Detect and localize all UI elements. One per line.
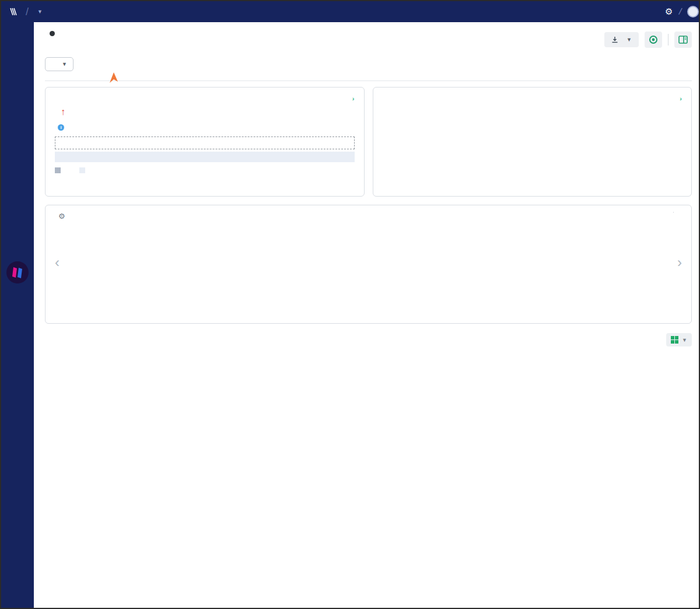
cloud-filter-dropdown[interactable]: ▼	[45, 57, 74, 71]
chart-next-button[interactable]: ›	[677, 256, 682, 270]
ytd-average-cost	[673, 212, 682, 213]
budget-summary	[660, 212, 665, 213]
layout-grid-button[interactable]: ▼	[666, 333, 692, 346]
cost-change-pct: ↑	[61, 107, 65, 117]
virtana-badge-icon	[5, 260, 30, 287]
chevron-down-icon: ▼	[626, 37, 632, 43]
left-sidebar	[1, 22, 34, 609]
savings-table	[383, 120, 682, 123]
info-icon[interactable]	[50, 31, 55, 36]
workspace-selector[interactable]: ▼	[34, 9, 43, 15]
show-more-link[interactable]: ›	[680, 95, 682, 102]
main-content: ▼ ▼	[34, 22, 699, 609]
trend-settings-gear-icon[interactable]: ⚙	[58, 212, 65, 220]
toolbar-divider	[668, 34, 668, 46]
current-month-progress-bar	[55, 136, 355, 149]
chevron-down-icon: ▼	[62, 61, 67, 67]
legend-last-month-asof	[55, 167, 64, 174]
cost-saving-card: ›	[373, 87, 692, 197]
nav-divider: /	[26, 6, 29, 18]
logo-strokes-icon	[9, 8, 18, 16]
support-button[interactable]	[645, 32, 662, 48]
download-icon	[611, 36, 618, 43]
last-month-progress-bar	[55, 152, 355, 162]
book-icon	[678, 36, 688, 44]
chart-prev-button[interactable]: ‹	[55, 256, 60, 270]
grid-icon	[671, 336, 678, 344]
info-icon[interactable]: i	[58, 124, 64, 131]
cost-trend-chart: ‹ ›	[55, 229, 682, 304]
settings-gear-icon[interactable]: ⚙	[665, 6, 673, 17]
nav-right-divider: /	[678, 6, 682, 18]
pointer-cursor-icon	[108, 72, 120, 88]
legend-last-month-total	[79, 167, 89, 174]
section-divider	[45, 80, 692, 81]
cost-trend-card: ⚙ ‹ ›	[45, 205, 692, 324]
lifebuoy-icon	[649, 35, 658, 44]
december-cost-card: › ↑ i	[45, 87, 365, 197]
user-avatar[interactable]	[687, 6, 699, 18]
virtana-logo[interactable]	[9, 8, 20, 16]
docs-panel-button[interactable]	[674, 32, 692, 48]
top-nav: / ▼ ⚙ /	[1, 1, 699, 22]
show-more-link[interactable]: ›	[352, 95, 355, 102]
download-button[interactable]: ▼	[604, 32, 639, 47]
chevron-down-icon: ▼	[682, 337, 687, 343]
chevron-down-icon: ▼	[37, 9, 43, 15]
